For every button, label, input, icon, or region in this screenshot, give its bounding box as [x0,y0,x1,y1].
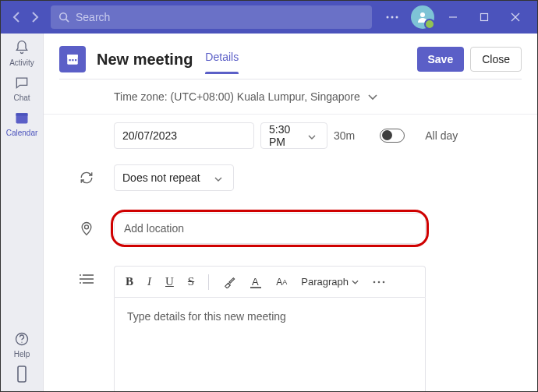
time-value: 5:30 PM [269,123,308,148]
paragraph-select[interactable]: Paragraph [301,276,359,288]
location-row [44,199,537,258]
allday-label: All day [425,129,458,142]
main-panel: New meeting Details Save Close Time zone… [44,34,537,392]
svg-rect-14 [18,366,26,382]
window-maximize[interactable] [469,1,500,34]
repeat-value: Does not repeat [122,171,200,184]
strike-button[interactable]: S [188,275,194,288]
chevron-down-icon [368,90,377,103]
rail-chat[interactable]: Chat [1,69,43,104]
bell-icon [12,38,31,57]
date-field[interactable]: 20/07/2023 [114,122,254,149]
svg-text:A: A [252,276,259,288]
duration-label: 30m [334,129,355,142]
search-icon [58,12,69,23]
svg-point-0 [60,13,67,20]
svg-point-20 [85,225,89,229]
avatar[interactable] [411,5,434,29]
rail-activity[interactable]: Activity [1,34,43,69]
svg-point-29 [378,281,380,283]
svg-point-13 [21,342,22,343]
calendar-icon [12,108,31,127]
svg-rect-19 [75,59,76,61]
rail-help[interactable]: Help [1,325,43,360]
more-button[interactable] [377,1,408,34]
allday-toggle[interactable] [380,129,405,143]
svg-point-3 [391,16,394,19]
chevron-down-icon [308,129,319,142]
paragraph-label: Paragraph [301,276,349,288]
meeting-icon [59,46,86,72]
svg-point-4 [396,16,398,19]
rail-calendar[interactable]: Calendar [1,104,43,139]
details-icon [59,266,114,284]
window-minimize[interactable] [437,1,469,34]
svg-rect-7 [481,14,488,21]
chat-icon [12,73,31,92]
back-button[interactable] [7,6,26,28]
underline-button[interactable]: U [165,275,174,288]
svg-point-2 [387,16,389,19]
titlebar [1,1,537,34]
svg-line-1 [66,19,69,23]
time-field[interactable]: 5:30 PM [260,122,327,149]
font-size-button[interactable]: AA [276,277,287,288]
details-row: B I U S A AA Paragraph [44,258,537,392]
location-icon [59,221,114,236]
save-button[interactable]: Save [417,47,465,72]
date-value: 20/07/2023 [122,129,177,142]
search-input[interactable] [76,11,364,23]
svg-rect-18 [72,59,73,61]
svg-rect-11 [16,113,28,115]
rail-label: Chat [13,94,30,102]
repeat-row: Does not repeat [44,157,537,199]
search-box[interactable] [51,5,372,29]
chevron-down-icon [352,280,359,284]
bold-button[interactable]: B [126,275,133,288]
rail-label: Calendar [6,129,38,137]
location-input[interactable] [114,213,426,244]
repeat-select[interactable]: Does not repeat [114,164,234,191]
window-close[interactable] [500,1,531,34]
header-row: New meeting Details Save Close [44,34,537,79]
close-button[interactable]: Close [470,47,522,72]
svg-point-24 [80,274,81,276]
svg-point-25 [80,282,81,284]
page-title: New meeting [97,51,193,69]
details-editor[interactable]: Type details for this new meeting [114,297,426,392]
svg-point-5 [420,12,425,17]
rail-label: Help [14,350,30,358]
timezone-label: Time zone: (UTC+08:00) Kuala Lumpur, Sin… [114,90,360,103]
highlight-button[interactable] [223,276,235,288]
repeat-icon [59,171,114,185]
timezone-row[interactable]: Time zone: (UTC+08:00) Kuala Lumpur, Sin… [44,79,537,114]
svg-point-28 [373,281,376,283]
tab-details[interactable]: Details [205,51,239,68]
help-icon [12,330,31,348]
datetime-row: 20/07/2023 5:30 PM 30m All day [44,115,537,157]
rail-label: Activity [9,58,34,67]
svg-rect-17 [69,59,71,61]
device-icon [12,365,31,383]
chevron-down-icon [214,171,225,184]
rte-more-button[interactable] [373,281,385,284]
details-placeholder: Type details for this new meeting [127,310,286,323]
app-rail: Activity Chat Calendar Help [1,34,44,392]
rail-device[interactable] [1,360,43,392]
rte-toolbar: B I U S A AA Paragraph [114,266,426,297]
font-color-button[interactable]: A [250,276,262,288]
forward-button[interactable] [26,6,44,28]
svg-rect-16 [67,55,78,58]
svg-point-30 [383,281,385,283]
italic-button[interactable]: I [147,275,151,288]
